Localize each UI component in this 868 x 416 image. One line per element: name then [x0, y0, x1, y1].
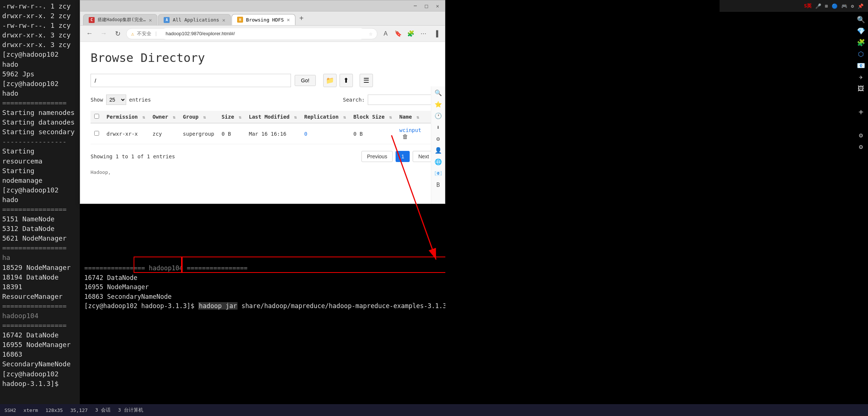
more-icon[interactable]: ⋯ — [418, 29, 429, 39]
terminal-line: 18391 ResourceManager — [2, 282, 78, 301]
th-permission[interactable]: Permission ⇅ — [103, 111, 149, 123]
terminal-line: 16742 DataNode — [2, 330, 78, 340]
sidebar-icon5[interactable]: ✈ — [859, 73, 863, 81]
th-block-size[interactable]: Block Size ⇅ — [350, 111, 396, 123]
page-1-button[interactable]: 1 — [396, 151, 410, 162]
browser-history-icon[interactable]: 🕐 — [435, 112, 442, 119]
browser-content: 🔍 ⭐ 🕐 ⬇ ⚙ 👤 🌐 📧 B + ⚙ ⚙ Browse Directory… — [80, 42, 445, 204]
list-icon-btn[interactable]: ☰ — [360, 74, 373, 87]
tray-icon1[interactable]: 🔵 — [832, 3, 838, 9]
sort-size-icon: ⇅ — [239, 115, 241, 120]
show-label: Show — [91, 97, 103, 103]
tray-icon3[interactable]: ⚙ — [851, 3, 854, 9]
row-select-checkbox[interactable] — [94, 131, 99, 136]
sidebar-icon4[interactable]: 📧 — [857, 62, 865, 69]
sidebar-icon2[interactable]: 🧩 — [857, 39, 865, 46]
sidebar-icon3[interactable]: ⬡ — [858, 50, 864, 58]
tab-all-apps[interactable]: A All Applications ✕ — [158, 14, 231, 25]
tab-close-allapps[interactable]: ✕ — [222, 17, 225, 23]
forward-button[interactable]: → — [98, 28, 109, 39]
tab-favicon-allapps: A — [164, 17, 170, 23]
sidebar-search-icon[interactable]: 🔍 — [857, 16, 865, 23]
translate-icon[interactable]: A — [380, 29, 391, 39]
sidebar-settings-icon1[interactable]: ⚙ — [859, 131, 863, 139]
bookmark-icon[interactable]: 🔖 — [393, 29, 403, 39]
back-button[interactable]: ← — [84, 28, 95, 39]
replication-link[interactable]: 0 — [304, 131, 307, 137]
terminal-line: 5962 Jps — [2, 69, 78, 79]
select-all-checkbox[interactable] — [94, 114, 99, 119]
window-close[interactable]: ✕ — [433, 1, 442, 10]
terminal-line: -rw-rw-r--. 1 zcy — [2, 1, 78, 11]
sidebar-icon6[interactable]: 🖼 — [858, 85, 864, 92]
pagination: Showing 1 to 1 of 1 entries Previous 1 N… — [91, 151, 435, 162]
refresh-button[interactable]: ↻ — [112, 28, 123, 39]
browser-apps-icon[interactable]: ⚙ — [436, 135, 440, 142]
row-name: wcinput 🗑 — [396, 123, 435, 144]
th-size[interactable]: Size ⇅ — [218, 111, 245, 123]
sidebar-icon1[interactable]: 💎 — [857, 27, 865, 35]
file-name-link[interactable]: wcinput — [399, 127, 421, 133]
tab-close-hadoop[interactable]: ✕ — [149, 17, 152, 23]
sidebar-settings-icon2[interactable]: ⚙ — [859, 143, 863, 151]
tray-mic[interactable]: 🎤 — [815, 3, 821, 9]
upload-icon-btn[interactable]: ⬆ — [340, 74, 353, 87]
extension-icon[interactable]: 🧩 — [406, 29, 416, 39]
status-pos: 35,127 — [70, 407, 88, 413]
terminal-line: Starting secondary — [2, 127, 78, 137]
left-terminal: -rw-rw-r--. 1 zcy drwxr-xr-x. 2 zcy -rw-… — [0, 0, 80, 416]
browser-profile-icon[interactable]: 👤 — [435, 147, 442, 154]
terminal-line: [zcy@hadoop102 hado — [2, 79, 78, 98]
tray-icon2[interactable]: 🎮 — [841, 3, 847, 9]
address-bar: ← → ↻ ⚠ 不安全 | ☆ A 🔖 🧩 ⋯ ▐ — [80, 26, 445, 42]
browser-window: − □ ✕ C 搭建Hadoop集群(完全分布式 ✕ A All Applica… — [80, 0, 445, 204]
tab-hdfs[interactable]: H Browsing HDFS ✕ — [232, 14, 295, 25]
terminal-line: 18194 DataNode — [2, 273, 78, 282]
sidebar-toggle[interactable]: ▐ — [431, 29, 441, 39]
browser-search-icon[interactable]: 🔍 — [435, 89, 442, 96]
tray-sougou[interactable]: S英 — [804, 3, 812, 9]
tray-icon4[interactable]: 📌 — [858, 3, 864, 9]
browser-outlook-icon[interactable]: 📧 — [435, 170, 442, 177]
search-input[interactable] — [368, 95, 435, 105]
browser-bookmark-icon[interactable]: ⭐ — [435, 101, 442, 108]
delete-icon[interactable]: 🗑 — [402, 133, 408, 140]
tray-table[interactable]: ⊞ — [825, 3, 828, 9]
search-bar: Search: — [343, 95, 435, 105]
previous-button[interactable]: Previous — [361, 151, 393, 162]
th-checkbox — [91, 111, 103, 123]
sort-owner-icon: ⇅ — [173, 115, 176, 120]
status-bar: SSH2 xterm 128x35 35,127 3 会话 3 台计算机 — [0, 404, 868, 416]
terminal-line: Starting resourcema — [2, 146, 78, 166]
terminal-line: 16863 SecondaryNameNode — [2, 350, 78, 369]
sidebar-plus-icon[interactable]: + — [858, 107, 863, 116]
terminal-line: ================ ha — [2, 243, 78, 263]
tabs-bar: C 搭建Hadoop集群(完全分布式 ✕ A All Applications … — [80, 11, 445, 26]
entries-select[interactable]: 25 50 100 — [106, 95, 126, 105]
browser-download-icon[interactable]: ⬇ — [436, 124, 440, 131]
go-button[interactable]: Go! — [295, 75, 316, 86]
page-title: Browse Directory — [91, 51, 435, 65]
th-name[interactable]: Name ⇅ — [396, 111, 435, 123]
new-tab-button[interactable]: + — [296, 13, 307, 24]
address-input[interactable] — [160, 28, 366, 39]
browser-bing-icon[interactable]: B — [436, 181, 440, 188]
window-minimize[interactable]: − — [411, 1, 420, 10]
tab-close-hdfs[interactable]: ✕ — [287, 17, 290, 23]
th-last-modified[interactable]: Last Modified ⇅ — [245, 111, 300, 123]
terminal-line: Starting namenodes — [2, 108, 78, 118]
show-entries-bar: Show 25 50 100 entries Search: — [91, 95, 435, 105]
th-group[interactable]: Group ⇅ — [179, 111, 218, 123]
th-owner[interactable]: Owner ⇅ — [149, 111, 179, 123]
terminal-line: [zcy@hadoop102 hadoop-3.1.3]$ — [2, 369, 78, 389]
window-maximize[interactable]: □ — [422, 1, 431, 10]
browser-edge-icon[interactable]: 🌐 — [435, 158, 442, 165]
security-icon: ⚠ — [131, 31, 134, 37]
sort-group-icon: ⇅ — [203, 115, 206, 120]
tab-hadoop[interactable]: C 搭建Hadoop集群(完全分布式 ✕ — [83, 14, 157, 25]
path-input[interactable] — [91, 74, 291, 87]
th-replication[interactable]: Replication ⇅ — [301, 111, 350, 123]
terminal-line: drwxr-xr-x. 3 zcy — [2, 30, 78, 40]
folder-icon-btn[interactable]: 📁 — [323, 74, 337, 87]
star-icon[interactable]: ☆ — [369, 30, 373, 37]
